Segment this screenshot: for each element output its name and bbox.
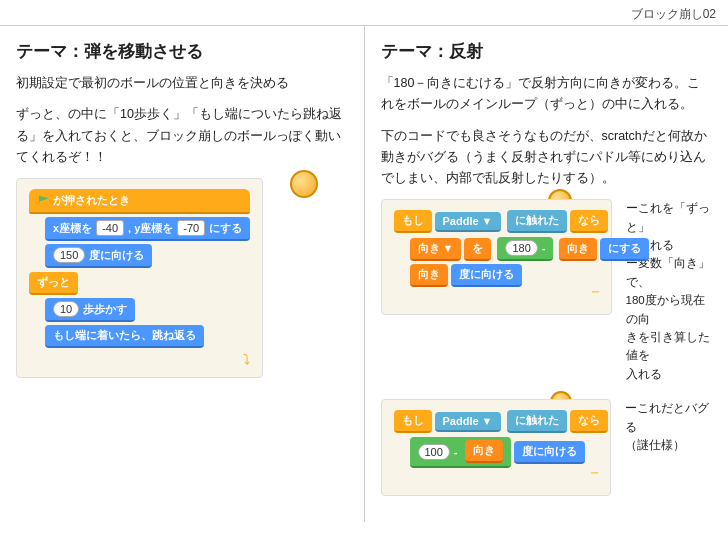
- page-title: ブロック崩し02: [0, 0, 728, 25]
- touching-paddle-block-2: Paddle ▼: [435, 412, 501, 432]
- simple-reflect-row: 100 - 向き 度に向ける: [410, 437, 598, 468]
- set-xy-block: x座標を -40 , y座標を -70 にする: [45, 217, 250, 241]
- left-scratch-area: が押されたとき x座標を -40 , y座標を -70 にする 150: [16, 178, 348, 378]
- if-paddle-row-2: もし Paddle ▼ に触れた なら: [394, 410, 598, 433]
- ball-decoration-left: [290, 170, 318, 198]
- simple-calc-block: 100 - 向き: [410, 437, 511, 468]
- then-block: なら: [570, 210, 608, 233]
- direction-block: 150 度に向ける: [45, 244, 152, 268]
- set-x-block-row: x座標を -40 , y座標を -70 にする: [45, 217, 250, 241]
- if-close-2: ⎺: [394, 471, 598, 485]
- forever-block: ずっと: [29, 272, 78, 295]
- left-code-block: が押されたとき x座標を -40 , y座標を -70 にする 150: [16, 178, 263, 378]
- set-dir-to-block: にする: [600, 238, 649, 261]
- if-paddle-row: もし Paddle ▼ に触れた なら: [394, 210, 599, 233]
- move-block: 10 歩歩かす: [45, 298, 135, 322]
- dir-var-inline: 向き: [465, 440, 503, 463]
- point-to-block: 度に向ける: [514, 441, 585, 464]
- move-block-row: 10 歩歩かす: [45, 298, 250, 322]
- set-to-block: を: [464, 238, 491, 261]
- left-theme: テーマ：弾を移動させる: [16, 40, 348, 63]
- then-block-2: なら: [570, 410, 608, 433]
- right-annotation-1: ーこれを「ずっと」 に入れる ー変数「向き」で、 180度から現在の向 きを引き…: [626, 199, 713, 383]
- touching-paddle-block: Paddle ▼: [435, 212, 501, 232]
- if-block: もし: [394, 210, 432, 233]
- left-para2: ずっと、の中に「10歩歩く」「もし端についたら跳ね返る」を入れておくと、ブロック…: [16, 104, 348, 168]
- touched-block-2: に触れた: [507, 410, 567, 433]
- right-first-scratch-section: もし Paddle ▼ に触れた なら 向き ▼: [381, 199, 713, 383]
- touched-block: に触れた: [507, 210, 567, 233]
- point-dir-row: 向き 度に向ける: [410, 264, 599, 287]
- right-para1: 「180－向きにむける」で反射方向に向きが変わる。これをボールのメインループ（ず…: [381, 73, 713, 116]
- right-theme: テーマ：反射: [381, 40, 713, 63]
- forever-close: ⤵: [29, 351, 250, 367]
- green-flag-block: が押されたとき: [29, 189, 250, 214]
- left-panel: テーマ：弾を移動させる 初期設定で最初のボールの位置と向きを決める ずっと、の中…: [0, 26, 365, 522]
- direction-var2: 向き: [410, 264, 448, 287]
- point-dir-block: 度に向ける: [451, 264, 522, 287]
- right-second-scratch-section: もし Paddle ▼ に触れた なら 100: [381, 399, 713, 496]
- if-close: ⎺: [394, 290, 599, 304]
- flag-icon: [39, 196, 49, 206]
- direction-block-row: 150 度に向ける: [45, 244, 250, 268]
- right-code-block-1: もし Paddle ▼ に触れた なら 向き ▼: [381, 199, 612, 315]
- calc-block: 180 -: [497, 237, 553, 261]
- right-para2: 下のコードでも良さそうなものだが、scratchだと何故か動きがバグる（うまく反…: [381, 126, 713, 190]
- set-direction-block: 向き ▼: [410, 238, 462, 261]
- right-annotation-2: ーこれだとバグる （謎仕様）: [625, 399, 713, 454]
- set-direction-row: 向き ▼ を 180 - 向き にする: [410, 237, 599, 261]
- right-code-block-2: もし Paddle ▼ に触れた なら 100: [381, 399, 611, 496]
- bounce-block: もし端に着いたら、跳ね返る: [45, 325, 204, 348]
- right-panel: テーマ：反射 「180－向きにむける」で反射方向に向きが変わる。これをボールのメ…: [365, 26, 729, 522]
- direction-var-block: 向き: [559, 238, 597, 261]
- left-para1: 初期設定で最初のボールの位置と向きを決める: [16, 73, 348, 94]
- forever-block-row: ずっと: [29, 272, 250, 295]
- bounce-block-row: もし端に着いたら、跳ね返る: [45, 325, 250, 348]
- if-block-2: もし: [394, 410, 432, 433]
